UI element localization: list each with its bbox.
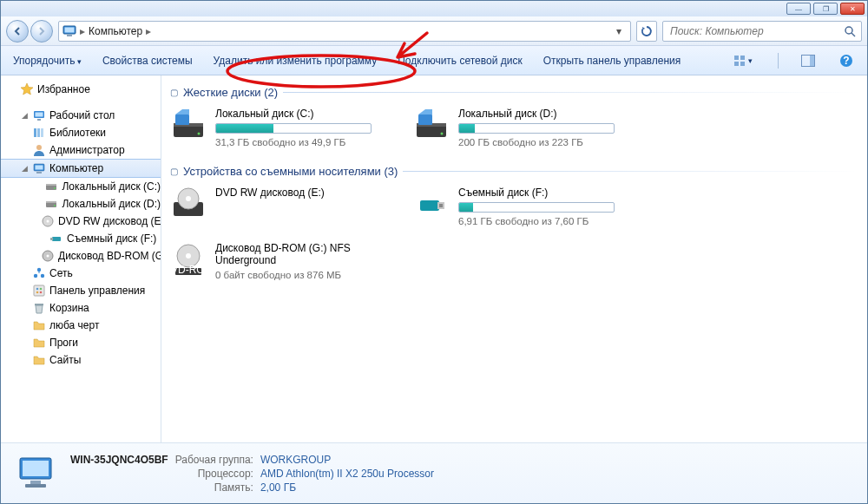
network-icon <box>32 266 46 280</box>
content-pane: ▢ Жесткие диски (2) Локальный диск (C:)3… <box>161 75 867 442</box>
svg-rect-47 <box>175 115 189 125</box>
sidebar-item-folder-13[interactable]: Проги <box>1 334 161 351</box>
folder-icon <box>32 336 46 350</box>
svg-text:DVD-ROM: DVD-ROM <box>170 264 207 276</box>
drive-item[interactable]: DVD RW дисковод (E:) <box>170 187 378 226</box>
drive-item[interactable]: DVD-ROMДисковод BD-ROM (G:) NFS Undergro… <box>170 242 378 280</box>
svg-point-19 <box>36 145 42 150</box>
svg-rect-32 <box>50 238 53 240</box>
details-pane: WIN-35JQNC4O5BF Рабочая группа: WORKGROU… <box>1 442 867 503</box>
sidebar-item-label: Локальный диск (D:) <box>62 198 161 210</box>
sidebar-item-optical-6[interactable]: DVD RW дисковод (E:) <box>1 213 161 230</box>
sidebar-item-folder-12[interactable]: люба черт <box>1 317 161 334</box>
svg-point-54 <box>186 196 191 201</box>
refresh-button[interactable] <box>636 21 657 42</box>
details-workgroup-label: Рабочая группа: <box>175 454 253 466</box>
drive-name: Локальный диск (C:) <box>215 108 378 120</box>
group-header-hdd[interactable]: ▢ Жесткие диски (2) <box>170 86 858 99</box>
sidebar-item-usb-7[interactable]: Съемный диск (F:) <box>1 230 161 247</box>
drive-subtext: 200 ГБ свободно из 223 ГБ <box>458 137 621 147</box>
address-dropdown[interactable]: ▾ <box>611 25 627 37</box>
svg-point-40 <box>40 288 43 291</box>
drive-item[interactable]: Локальный диск (C:)31,3 ГБ свободно из 4… <box>170 108 378 147</box>
sidebar-item-recycle-11[interactable]: Корзина <box>1 299 161 317</box>
computer-icon <box>32 161 46 175</box>
breadcrumb-sep2: ▸ <box>146 25 151 37</box>
sidebar-item-cpanel-10[interactable]: Панель управления <box>1 282 161 299</box>
svg-rect-22 <box>36 172 42 173</box>
sidebar-item-libraries-1[interactable]: Библиотеки <box>1 124 161 141</box>
sidebar-favorites[interactable]: Избранное <box>1 81 161 98</box>
toolbar-system-properties[interactable]: Свойства системы <box>102 55 193 67</box>
sidebar-item-label: Корзина <box>49 302 89 314</box>
capacity-bar <box>458 202 615 213</box>
drive-item[interactable]: Локальный диск (D:)200 ГБ свободно из 22… <box>413 108 621 147</box>
sidebar-item-label: DVD RW дисковод (E:) <box>58 215 161 227</box>
hdd-icon <box>44 197 58 211</box>
details-computer-name: WIN-35JQNC4O5BF <box>70 454 168 466</box>
svg-point-46 <box>198 133 201 135</box>
svg-point-36 <box>34 274 37 278</box>
sidebar-item-network-9[interactable]: Сеть <box>1 265 161 282</box>
details-ram: 2,00 ГБ <box>260 481 434 494</box>
svg-rect-24 <box>46 184 56 186</box>
svg-rect-21 <box>36 166 43 170</box>
svg-rect-10 <box>810 56 814 66</box>
toolbar-control-panel[interactable]: Открыть панель управления <box>543 55 681 67</box>
sidebar-item-label: Локальный диск (C:) <box>62 180 161 193</box>
sidebar-item-user-2[interactable]: Администратор <box>1 141 161 159</box>
arrow-right-icon <box>36 26 47 36</box>
group-header-removable[interactable]: ▢ Устройства со съемными носителями (3) <box>170 165 858 178</box>
toolbar-map-drive[interactable]: Подключить сетевой диск <box>398 55 522 67</box>
sidebar-item-label: Сайты <box>49 354 81 366</box>
sidebar-item-hdd-4[interactable]: Локальный диск (C:) <box>1 178 161 195</box>
sidebar-item-desktop-0[interactable]: ◢Рабочий стол <box>1 107 161 124</box>
collapse-icon: ▢ <box>170 167 178 176</box>
svg-rect-16 <box>34 128 36 137</box>
svg-rect-51 <box>418 115 432 125</box>
libraries-icon <box>32 126 46 140</box>
collapse-icon: ▢ <box>170 88 178 97</box>
maximize-button[interactable]: ❐ <box>813 3 838 15</box>
sidebar-item-computer-3[interactable]: ◢Компьютер <box>1 159 161 178</box>
sidebar-item-folder-14[interactable]: Сайты <box>1 351 161 369</box>
command-bar: Упорядочить Свойства системы Удалить или… <box>1 46 867 75</box>
svg-point-50 <box>441 133 444 135</box>
search-box[interactable] <box>662 21 862 42</box>
svg-point-59 <box>186 253 191 259</box>
svg-rect-65 <box>25 484 46 488</box>
nav-forward-button[interactable] <box>30 20 53 43</box>
sidebar-item-label: Дисковод BD-ROM (G:) <box>58 250 161 262</box>
hdd-icon <box>413 108 450 144</box>
drive-name: Локальный диск (D:) <box>458 108 621 120</box>
sidebar-item-bdrom-8[interactable]: Дисковод BD-ROM (G:) <box>1 247 161 265</box>
details-cpu-label: Процессор: <box>175 468 253 480</box>
toolbar-uninstall-program[interactable]: Удалить или изменить программу <box>214 55 378 67</box>
sidebar-item-label: Проги <box>49 337 78 349</box>
svg-rect-18 <box>41 128 43 137</box>
toolbar-preview-pane[interactable] <box>799 52 817 69</box>
toolbar-view-button[interactable]: ▾ <box>729 52 757 69</box>
details-workgroup: WORKGROUP <box>260 454 434 466</box>
minimize-button[interactable]: — <box>786 3 811 15</box>
bdrom-icon: DVD-ROM <box>170 242 207 278</box>
close-button[interactable]: ✕ <box>840 3 865 15</box>
sidebar-item-hdd-5[interactable]: Локальный диск (D:) <box>1 195 161 213</box>
svg-rect-14 <box>36 113 43 117</box>
address-bar[interactable]: ▸ Компьютер ▸ ▾ <box>58 21 631 42</box>
svg-rect-57 <box>439 204 443 207</box>
recycle-icon <box>32 301 46 315</box>
capacity-bar <box>458 123 615 134</box>
svg-point-42 <box>40 291 43 294</box>
search-input[interactable] <box>668 24 844 38</box>
nav-back-button[interactable] <box>6 20 29 43</box>
svg-rect-15 <box>37 119 41 121</box>
svg-rect-17 <box>37 128 40 137</box>
drive-item[interactable]: Съемный диск (F:)6,91 ГБ свободно из 7,6… <box>413 187 621 226</box>
toolbar-organize[interactable]: Упорядочить <box>13 55 82 67</box>
toolbar-help[interactable]: ? <box>838 52 855 69</box>
svg-point-37 <box>41 274 44 278</box>
breadcrumb-root[interactable]: Компьютер <box>89 25 142 37</box>
group-title: Устройства со съемными носителями (3) <box>183 165 398 178</box>
help-icon: ? <box>839 54 853 68</box>
